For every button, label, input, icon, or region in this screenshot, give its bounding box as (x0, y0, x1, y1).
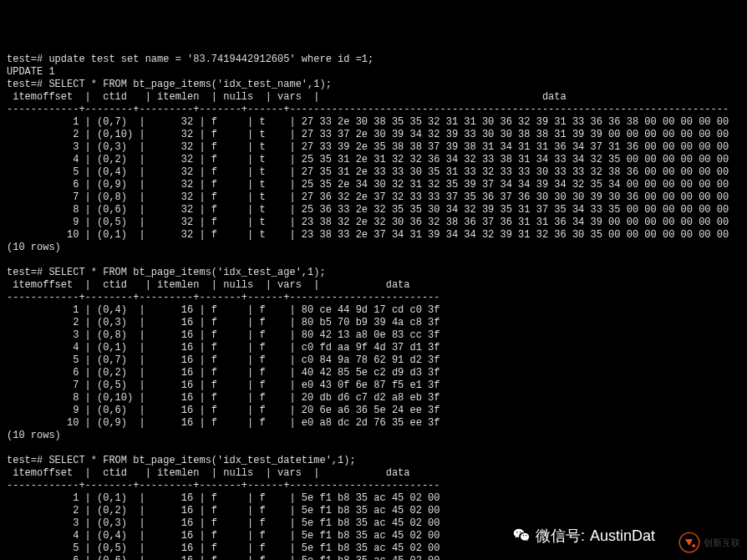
terminal-output[interactable]: test=# update test set name = '83.741944… (7, 53, 740, 560)
wechat-handle: AustinDat (590, 530, 655, 542)
site-logo-badge: 创新互联 (678, 532, 740, 553)
svg-point-1 (692, 544, 695, 547)
site-logo-text: 创新互联 (704, 537, 740, 549)
wechat-watermark: 微信号: AustinDat (512, 527, 655, 545)
site-logo-icon (678, 532, 700, 553)
wechat-label: 微信号: (536, 530, 585, 542)
wechat-icon (512, 527, 531, 545)
